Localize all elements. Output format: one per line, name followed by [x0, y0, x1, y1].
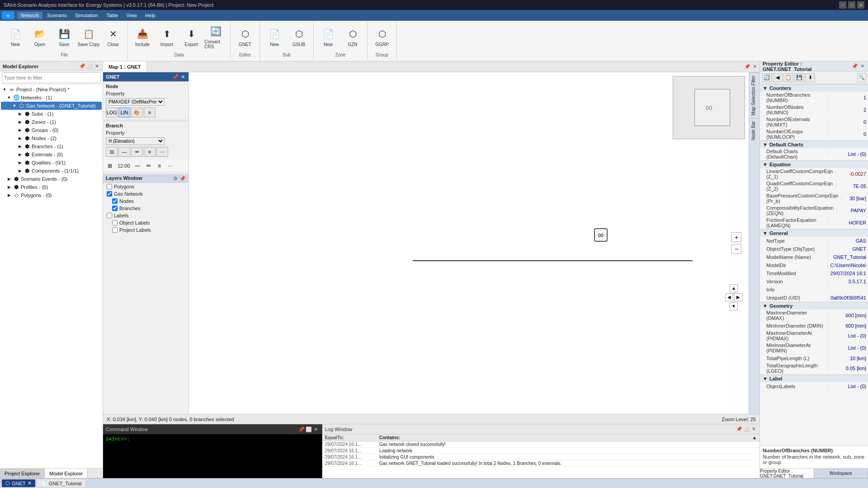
log-scroll-up[interactable]: ▲	[750, 434, 760, 441]
section-label[interactable]: ▼ Label	[760, 375, 868, 382]
save-copy-button[interactable]: 📋 Save Copy	[77, 22, 100, 52]
map-pin-button[interactable]: 📌	[744, 64, 750, 70]
gas-network-toggle[interactable]: ▼	[12, 103, 17, 108]
gnet-button[interactable]: ⬡ GNET	[233, 22, 257, 52]
polygons-tree-toggle[interactable]: ▶	[6, 192, 12, 198]
import-button[interactable]: ⬆ Import	[155, 22, 179, 52]
list-tool-btn[interactable]: ≡	[155, 161, 165, 170]
cmd-input[interactable]	[132, 436, 303, 442]
node-color-btn[interactable]: 🎨	[131, 108, 143, 117]
node-log-btn[interactable]: LOG	[106, 108, 118, 117]
close-button[interactable]: ✕	[857, 1, 864, 9]
section-equation[interactable]: ▼ Equation	[760, 160, 868, 168]
tree-item-profiles[interactable]: ▶ ⬢ Profiles - (0)	[1, 183, 102, 191]
nav-down-button[interactable]: ▼	[730, 302, 738, 310]
section-counters[interactable]: ▼ Counters	[760, 84, 868, 92]
new-sub-button[interactable]: 📄 New	[263, 22, 286, 52]
tree-item-gas-network[interactable]: ▼ ⬡ Gas Network - (GNET_Tutorial)	[1, 102, 102, 110]
map-close-button[interactable]: ✕	[751, 64, 758, 70]
components-toggle[interactable]: ▶	[17, 168, 23, 174]
branch-pipe-btn[interactable]: ⊟	[106, 147, 118, 157]
nav-right-button[interactable]: ▶	[734, 293, 742, 301]
node-table-btn[interactable]: ≡	[144, 108, 156, 117]
save-button[interactable]: 💾 Save	[52, 22, 76, 52]
menu-scenario[interactable]: Scenario	[43, 12, 70, 19]
groups-toggle[interactable]: ▶	[17, 127, 23, 133]
prop-close-btn[interactable]: ✕	[859, 63, 865, 70]
tree-item-project[interactable]: ▼ ∞ Project - (New Project) *	[1, 85, 102, 94]
minimize-button[interactable]: ─	[839, 1, 846, 9]
menu-network[interactable]: Network	[17, 12, 42, 19]
zoom-out-button[interactable]: −	[731, 244, 741, 254]
new-zone-button[interactable]: 📄 New	[316, 22, 340, 52]
layer-polygons-cb[interactable]	[107, 184, 112, 189]
close-file-button[interactable]: ✕ Close	[101, 22, 125, 52]
zoom-in-button[interactable]: +	[731, 232, 741, 242]
prop-back-btn[interactable]: ◀	[773, 73, 783, 82]
branch-list-btn[interactable]: ≡	[144, 147, 156, 157]
profiles-toggle[interactable]: ▶	[6, 184, 12, 190]
tree-item-scenario-events[interactable]: ▶ ⬢ Scenario Events - (0)	[1, 175, 102, 183]
prop-search-btn[interactable]: 🔍	[857, 73, 866, 82]
gnet-tutorial-tab[interactable]: 📄 GNET_Tutorial	[37, 479, 85, 487]
tree-item-subs[interactable]: ▶ ⬢ Subs - (1)	[1, 110, 102, 118]
layer-labels-cb[interactable]	[107, 213, 112, 218]
more-tool-btn[interactable]: ···	[165, 161, 175, 170]
tree-item-externals[interactable]: ▶ ⬢ Externals - (0)	[1, 150, 102, 159]
tree-item-branches[interactable]: ▶ ⬢ Branches - (1)	[1, 142, 102, 150]
include-button[interactable]: 📥 Include	[131, 22, 154, 52]
model-explorer-tab[interactable]: Model Explorer	[45, 469, 88, 478]
prop-refresh-btn[interactable]: 🔄	[762, 73, 772, 82]
tree-item-polygons[interactable]: ▶ ◇ Polygons - (0)	[1, 191, 102, 199]
pin-button[interactable]: 📌	[79, 63, 85, 70]
log-float-btn[interactable]: ⬜	[743, 426, 750, 432]
tree-item-qualities[interactable]: ▶ ⬢ Qualities - (0/1)	[1, 159, 102, 167]
gnet-tab[interactable]: ⬡ GNET ✕	[2, 479, 35, 487]
map-selection-filter-tool[interactable]: Map Selection Filter	[749, 72, 760, 118]
project-toggle[interactable]: ▼	[2, 87, 7, 92]
branch-pen-btn[interactable]: ✏	[131, 147, 143, 157]
layer-gas-network-cb[interactable]	[107, 191, 112, 197]
log-pin-btn[interactable]: 📌	[736, 426, 742, 432]
cmd-float-btn[interactable]: ⬜	[306, 426, 312, 432]
prop-tab-workspace[interactable]: Workspace	[814, 469, 868, 478]
layer-nodes-cb[interactable]	[112, 198, 118, 204]
ggrp-button[interactable]: ⬡ GGRP	[370, 22, 394, 52]
branch-more-btn[interactable]: ···	[156, 147, 168, 157]
nodes-toggle[interactable]: ▶	[17, 136, 23, 141]
menu-view[interactable]: View	[123, 12, 141, 19]
zones-toggle[interactable]: ▶	[17, 119, 23, 125]
node-property-select[interactable]: PMAXDEF (DefMaxPres)	[106, 98, 165, 106]
grid-btn[interactable]: ⊞	[105, 161, 115, 170]
open-button[interactable]: 📂 Open	[28, 22, 52, 52]
menu-help[interactable]: Help	[142, 12, 159, 19]
new-button[interactable]: 📄 New	[4, 22, 27, 52]
section-default-charts[interactable]: ▼ Default Charts	[760, 141, 868, 148]
map-canvas[interactable]: ∞ ∞ + − ▲	[189, 72, 749, 414]
pen-tool-btn[interactable]: ✏	[144, 161, 154, 170]
node-lin-btn[interactable]: LIN	[118, 108, 130, 117]
prop-copy-btn[interactable]: 📋	[783, 73, 793, 82]
node-bar-tool[interactable]: Node Bar	[749, 118, 760, 143]
branch-property-select[interactable]: H (Elevation)	[106, 137, 165, 145]
layer-object-labels-cb[interactable]	[112, 220, 118, 225]
float-button[interactable]: ⬜	[86, 63, 93, 70]
subs-toggle[interactable]: ▶	[17, 111, 23, 117]
time-tool-btn[interactable]: —	[133, 161, 143, 170]
layer-branches-cb[interactable]	[112, 206, 118, 211]
gnet-tab-close[interactable]: ✕	[28, 480, 32, 486]
branch-dash-btn[interactable]: —	[118, 147, 130, 157]
nav-left-button[interactable]: ◀	[725, 293, 733, 301]
map-tab-1[interactable]: Map 1 : GNET	[103, 61, 147, 72]
map-settings-pin[interactable]: 📌	[172, 74, 179, 80]
section-general[interactable]: ▼ General	[760, 229, 868, 237]
menu-simulation[interactable]: Simulation	[71, 12, 102, 19]
convert-crs-button[interactable]: 🔄 Convert CRS	[204, 22, 227, 52]
networks-toggle[interactable]: ▼	[6, 95, 12, 100]
layers-pin-btn[interactable]: 📌	[179, 175, 186, 182]
tree-item-zones[interactable]: ▶ ⬢ Zones - (1)	[1, 118, 102, 126]
tree-item-networks[interactable]: ▼ 🌐 Networks - (1)	[1, 94, 102, 102]
map-settings-close[interactable]: ✕	[179, 74, 186, 80]
export-button[interactable]: ⬇ Export	[179, 22, 203, 52]
tree-filter-input[interactable]	[2, 72, 101, 83]
